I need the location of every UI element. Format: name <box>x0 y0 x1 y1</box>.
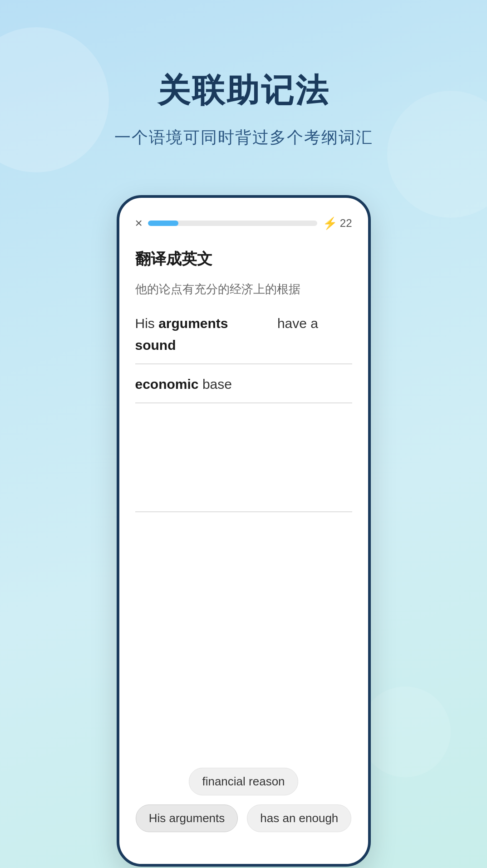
phone-content: × ⚡ 22 翻译成英文 他的论点有充分的经济上的根据 His argument… <box>119 198 368 864</box>
score-value: 22 <box>340 217 352 230</box>
progress-track <box>148 221 317 226</box>
blank-area <box>135 412 352 512</box>
option-financial-reason[interactable]: financial reason <box>189 768 298 795</box>
close-button[interactable]: × <box>135 216 143 230</box>
question-label: 翻译成英文 <box>135 249 352 270</box>
bg-decoration-3 <box>360 687 451 777</box>
lightning-icon: ⚡ <box>323 216 337 230</box>
answer-line-1: His arguments have a sound <box>135 313 352 364</box>
phone-wrapper: 考纲词汇 考纲词汇 考纲词汇 × ⚡ 22 翻译成英文 他的论点有充分的经济上的… <box>117 195 371 867</box>
answer-line-2: economic base <box>135 373 352 403</box>
bottom-options: financial reason His arguments has an en… <box>135 768 352 841</box>
answer-text-1: His arguments have a sound <box>135 313 352 356</box>
chinese-prompt: 他的论点有充分的经济上的根据 <box>135 280 352 298</box>
keyword-economic: economic <box>135 377 199 392</box>
keyword-arguments: arguments <box>158 316 228 331</box>
top-section: 关联助记法 一个语境可同时背过多个考纲词汇 <box>0 0 487 149</box>
answer-text-2: economic base <box>135 373 232 395</box>
option-has-an-enough[interactable]: has an enough <box>247 804 351 832</box>
lightning-score: ⚡ 22 <box>323 216 352 230</box>
progress-bar-area: × ⚡ 22 <box>135 216 352 230</box>
subtitle: 一个语境可同时背过多个考纲词汇 <box>0 127 487 149</box>
phone-frame: × ⚡ 22 翻译成英文 他的论点有充分的经济上的根据 His argument… <box>117 195 371 867</box>
option-row-1: financial reason <box>135 768 352 795</box>
keyword-sound: sound <box>135 338 176 353</box>
progress-fill <box>148 221 178 226</box>
main-title: 关联助记法 <box>0 73 487 108</box>
option-his-arguments[interactable]: His arguments <box>136 804 238 832</box>
option-row-2: His arguments has an enough <box>135 804 352 832</box>
